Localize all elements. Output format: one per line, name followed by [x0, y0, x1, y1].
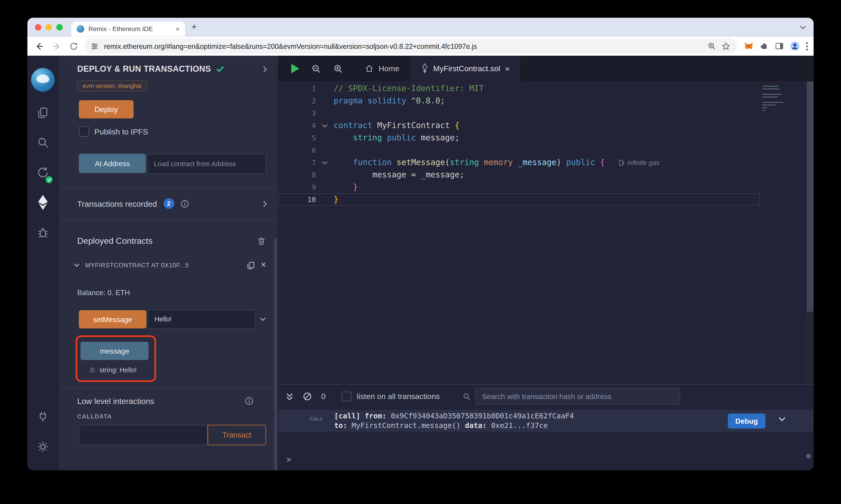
publish-ipfs-checkbox[interactable]: [79, 126, 89, 137]
trash-icon[interactable]: [257, 236, 266, 246]
publish-ipfs-row: Publish to IPFS: [79, 126, 278, 137]
debug-button[interactable]: Debug: [728, 414, 765, 429]
plugin-manager-icon[interactable]: [28, 402, 58, 432]
low-level-title: Low level interactions: [77, 396, 154, 406]
line-number: 8: [278, 171, 316, 179]
terminal-log-entry[interactable]: CALL [call] from: 0x9Cf934043aD350758391…: [278, 410, 813, 432]
forward-icon[interactable]: [50, 40, 63, 53]
tab-close-icon[interactable]: ×: [175, 25, 179, 32]
listen-all-label: listen on all transactions: [357, 392, 440, 401]
zoom-in-icon[interactable]: [333, 64, 343, 74]
zoom-icon[interactable]: [707, 42, 716, 51]
contract-close-icon[interactable]: ×: [261, 260, 266, 270]
transact-button[interactable]: Transact: [207, 425, 266, 445]
terminal-prompt[interactable]: >: [286, 455, 291, 465]
terminal-search-icon: [462, 392, 471, 401]
file-explorer-icon[interactable]: [28, 97, 58, 127]
scrollbar-thumb[interactable]: [807, 82, 814, 312]
desktop: Remix - Ethereum IDE × + remix.: [0, 0, 841, 504]
debugger-icon[interactable]: [28, 218, 58, 248]
remix-logo-icon[interactable]: [28, 62, 58, 97]
site-info-icon[interactable]: [91, 42, 99, 50]
copy-address-icon[interactable]: [246, 261, 255, 270]
info-icon[interactable]: [181, 199, 189, 208]
search-icon[interactable]: [28, 128, 58, 158]
calldata-input[interactable]: [79, 425, 207, 445]
log-expand-icon[interactable]: [778, 417, 786, 421]
line-number: 7: [278, 159, 316, 167]
at-address-row: At Address: [79, 154, 266, 174]
editor-scrollbar[interactable]: [807, 82, 814, 384]
setmessage-input[interactable]: [148, 310, 255, 329]
at-address-input[interactable]: [147, 154, 266, 174]
zoom-window-button[interactable]: [56, 24, 63, 30]
code-editor[interactable]: 1// SPDX-License-Identifier: MIT2pragma …: [278, 82, 813, 384]
solidity-compiler-icon[interactable]: [28, 158, 58, 187]
message-button[interactable]: message: [81, 342, 149, 360]
terminal-scroll-dot: [806, 454, 811, 458]
fold-chevron-icon[interactable]: [316, 160, 333, 165]
omnibox[interactable]: remix.ethereum.org/#lang=en&optimize=fal…: [84, 39, 737, 54]
settings-gear-icon[interactable]: [28, 432, 58, 462]
deploy-run-icon[interactable]: [28, 187, 58, 217]
expand-terminal-icon[interactable]: [286, 392, 293, 400]
deploy-run-panel: DEPLOY & RUN TRANSACTIONS evm version: s…: [58, 56, 278, 470]
tab-title: Remix - Ethereum IDE: [88, 25, 171, 33]
side-panel-icon[interactable]: [774, 41, 784, 51]
code-text: }: [334, 193, 339, 206]
evm-version-badge: evm version: shanghai: [77, 80, 147, 92]
info-icon[interactable]: [245, 397, 253, 405]
code-text: message = _message;: [334, 169, 464, 181]
browser-tab[interactable]: Remix - Ethereum IDE ×: [71, 21, 185, 37]
panel-check-icon: [217, 66, 224, 72]
editor-tabbar: Home MyFirstContract.sol ×: [278, 56, 813, 82]
tab-home[interactable]: Home: [354, 56, 410, 82]
contract-name: MYFIRSTCONTRACT AT 0X10F...5: [85, 262, 241, 268]
fold-chevron-icon[interactable]: [316, 124, 333, 128]
panel-expand-icon[interactable]: [263, 66, 267, 73]
deploy-button[interactable]: Deploy: [79, 100, 134, 119]
line-number: 5: [278, 134, 316, 142]
calldata-label: CALLDATA: [77, 413, 278, 419]
tab-search-button[interactable]: [800, 18, 806, 36]
transactions-expand-icon[interactable]: [263, 200, 267, 207]
tab-home-label: Home: [379, 65, 399, 73]
log-line-2: to: MyFirstContract.message() data: 0xe2…: [334, 420, 574, 430]
url-text[interactable]: remix.ethereum.org/#lang=en&optimize=fal…: [104, 42, 702, 50]
browser-menu-icon[interactable]: [806, 41, 808, 51]
contract-balance: Balance: 0. ETH: [77, 289, 278, 297]
setmessage-button[interactable]: setMessage: [79, 310, 147, 328]
browser-toolbar: remix.ethereum.org/#lang=en&optimize=fal…: [28, 37, 814, 56]
pending-tx-count: 0: [321, 392, 326, 401]
close-window-button[interactable]: [35, 24, 41, 30]
tab-file-close-icon[interactable]: ×: [505, 64, 510, 73]
contract-collapse-icon[interactable]: [73, 263, 80, 267]
zoom-out-icon[interactable]: [311, 64, 321, 74]
code-text: string public message;: [334, 132, 460, 144]
transactions-recorded-row[interactable]: Transactions recorded 2: [58, 188, 278, 218]
clear-console-icon[interactable]: [303, 392, 312, 401]
listen-all-checkbox[interactable]: [342, 392, 351, 401]
minimize-window-button[interactable]: [46, 24, 52, 30]
profile-avatar[interactable]: [790, 41, 800, 51]
panel-scrollbar[interactable]: [274, 238, 277, 470]
terminal-search-input[interactable]: [475, 388, 680, 405]
minimap[interactable]: [762, 86, 784, 112]
extensions-puzzle-icon[interactable]: [759, 41, 769, 51]
new-tab-button[interactable]: +: [191, 18, 197, 36]
code-line: 1// SPDX-License-Identifier: MIT: [278, 83, 760, 95]
at-address-button[interactable]: At Address: [79, 154, 146, 173]
code-text: contract MyFirstContract {: [334, 120, 460, 132]
back-icon[interactable]: [33, 40, 46, 53]
toolbar-extensions: [741, 41, 808, 51]
bookmark-star-icon[interactable]: [721, 41, 731, 51]
main-area: Home MyFirstContract.sol × 1// SPDX-Lice…: [278, 56, 813, 470]
code-line: 10}: [278, 193, 760, 206]
run-script-icon[interactable]: [291, 64, 299, 73]
metamask-icon[interactable]: [743, 41, 754, 51]
reload-icon[interactable]: [67, 40, 80, 53]
code-line: 5 string public message;: [278, 132, 760, 144]
setmessage-expand-icon[interactable]: [260, 317, 266, 321]
tab-myfirstcontract[interactable]: MyFirstContract.sol ×: [410, 56, 520, 82]
code-text: // SPDX-License-Identifier: MIT: [334, 83, 484, 95]
